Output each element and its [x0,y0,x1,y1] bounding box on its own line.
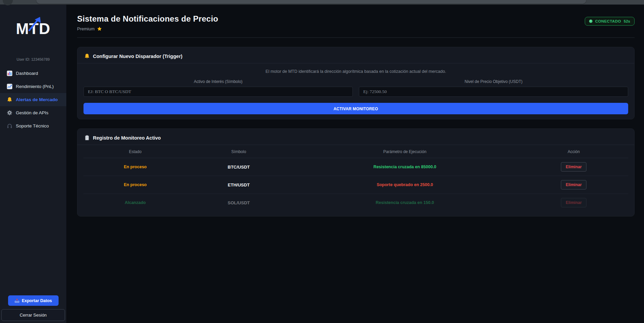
monitoring-table: Estado Símbolo Parámetro de Ejecución Ac… [83,146,628,211]
sidebar-item-label: Gestión de APIs [16,110,48,115]
parametro-cell: Resistencia cruzada en 85000.0 [291,160,519,173]
symbol-input[interactable] [83,87,353,97]
plan-label: Premium [77,26,95,31]
parametro-cell: Soporte quebrado en 2500.0 [291,178,519,191]
app-logo: MTD [10,21,57,36]
column-header-accion: Acción [519,146,628,158]
browser-url-bar[interactable] [36,0,586,4]
gear-icon [7,110,12,116]
estado-cell: Alcanzado [83,196,187,209]
simbolo-cell: SOL/USDT [187,196,290,209]
export-data-button[interactable]: Exportar Datos [8,295,59,306]
connection-status-badge: CONECTADO 52s [585,17,635,26]
plan-subtitle: Premium [77,26,218,31]
target-price-input[interactable] [359,87,628,97]
trigger-description: El motor de MTD identificará la direcció… [83,69,628,74]
chart-up-icon [7,84,12,89]
status-dot-icon [589,20,592,23]
clipboard-icon [84,135,90,141]
activate-monitoring-button[interactable]: ACTIVAR MONITOREO [83,103,628,114]
simbolo-cell: ETH/USDT [187,178,290,192]
column-header-parametro: Parámetro de Ejecución [291,146,519,158]
active-monitoring-card: Registro de Monitoreo Activo Estado Símb… [77,128,635,216]
header-divider [77,37,635,38]
sidebar: MTD User ID: 123456789 Dashboard Rendimi… [0,5,66,323]
main-content: Sistema de Notificaciones de Precio Prem… [66,5,644,323]
simbolo-cell: BTC/USDT [187,160,290,174]
status-label: CONECTADO [595,19,621,23]
export-data-label: Exportar Datos [22,298,52,303]
trigger-config-card: Configurar Nuevo Disparador (Trigger) El… [77,47,635,119]
sidebar-item-label: Soporte Técnico [16,123,49,128]
trigger-card-title: Configurar Nuevo Disparador (Trigger) [93,54,182,59]
parametro-cell: Resistencia cruzada en 150.0 [291,196,519,209]
sidebar-item-soporte[interactable]: Soporte Técnico [0,119,66,133]
column-header-estado: Estado [83,146,187,158]
sidebar-item-alertas[interactable]: Alertas de Mercado [0,93,66,106]
sidebar-item-label: Dashboard [16,71,38,76]
delete-alert-button[interactable]: Eliminar [561,180,586,189]
table-row: Alcanzado SOL/USDT Resistencia cruzada e… [83,194,628,211]
symbol-field-label: Activo de Interés (Símbolo) [83,79,353,84]
delete-alert-button-disabled: Eliminar [561,198,586,207]
sidebar-item-label: Rendimiento (PnL) [16,84,54,89]
headphones-icon [7,123,12,129]
status-timer: 52s [624,19,630,23]
delete-alert-button[interactable]: Eliminar [561,162,586,172]
logout-button[interactable]: Cerrar Sesión [1,309,65,321]
estado-cell: En proceso [83,178,187,191]
column-header-simbolo: Símbolo [187,146,290,158]
table-row: En proceso ETH/USDT Soporte quebrado en … [83,176,628,194]
activate-monitoring-label: ACTIVAR MONITOREO [334,106,378,111]
sidebar-item-label: Alertas de Mercado [16,97,58,102]
outbox-tray-icon [14,298,20,303]
sidebar-item-dashboard[interactable]: Dashboard [0,67,66,80]
bar-chart-icon [7,70,12,76]
bell-icon [84,53,90,59]
registry-card-title: Registro de Monitoreo Activo [93,135,161,141]
star-icon [97,26,102,31]
estado-cell: En proceso [83,160,187,173]
table-header-row: Estado Símbolo Parámetro de Ejecución Ac… [83,146,628,158]
page-title: Sistema de Notificaciones de Precio [77,14,218,24]
card-divider [77,63,634,63]
logo-text: MTD [10,21,57,36]
price-field-label: Nivel de Precio Objetivo (USDT) [359,79,628,84]
table-row: En proceso BTC/USDT Resistencia cruzada … [83,158,628,176]
user-id-label: User ID: 123456789 [0,57,66,61]
bell-icon [7,97,12,102]
card-divider [77,145,634,145]
sidebar-item-apis[interactable]: Gestión de APIs [0,106,66,119]
browser-button[interactable] [3,0,13,5]
sidebar-item-rendimiento[interactable]: Rendimiento (PnL) [0,80,66,93]
browser-chrome [0,0,644,5]
sidebar-nav: Dashboard Rendimiento (PnL) Alertas de M… [0,67,66,133]
